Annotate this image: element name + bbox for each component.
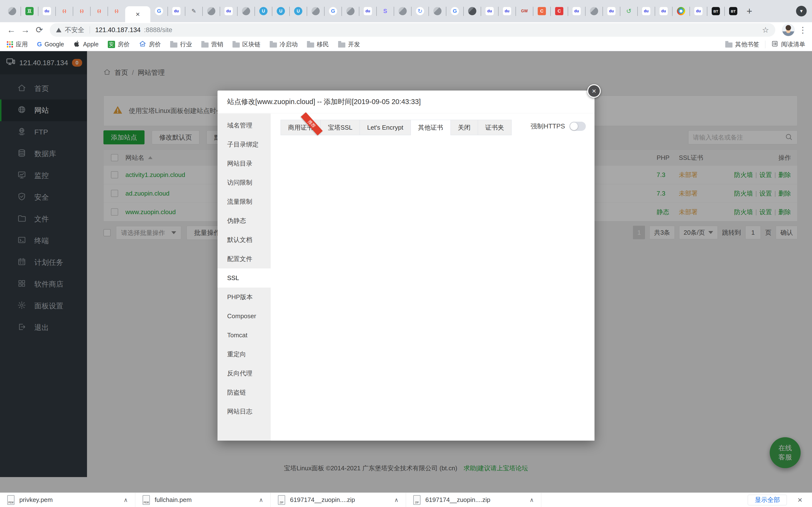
download-item[interactable]: ZIP 6197174__zuopin....zip ∧ [271,493,406,507]
browser-tab[interactable] [237,0,255,22]
browser-tab-active[interactable]: × [125,6,150,22]
tab-close-icon[interactable]: × [136,10,140,18]
address-bar[interactable]: 不安全 121.40.187.134 :8888/site ☆ [50,23,775,37]
download-item[interactable]: PEM privkey.pem ∧ [0,493,135,507]
bookmark-item[interactable]: 行业 [170,40,192,48]
modal-menu-默认文档[interactable]: 默认文档 [217,230,271,249]
force-https-toggle[interactable] [569,122,586,131]
browser-tab[interactable]: 豆 [21,0,38,22]
back-button[interactable]: ← [4,25,18,35]
browser-tab[interactable] [307,0,324,22]
download-chevron-icon[interactable]: ∧ [394,497,399,503]
other-bookmarks-button[interactable]: 其他书签 [725,40,759,48]
browser-tab[interactable]: BT [707,0,724,22]
show-all-downloads-button[interactable]: 显示全部 [748,495,787,505]
modal-menu-Composer[interactable]: Composer [217,306,271,326]
ssl-tab-Let's Encrypt[interactable]: Let's Encrypt [360,120,411,135]
ssl-tab-证书夹[interactable]: 证书夹 [478,120,512,135]
bookmark-item[interactable]: 冷启动 [270,40,298,48]
browser-tab[interactable] [342,0,359,22]
ssl-tab-其他证书[interactable]: 其他证书 [411,120,451,135]
browser-tab[interactable]: S [376,0,394,22]
browser-tab[interactable]: (-) [56,0,73,22]
browser-tab[interactable]: U [272,0,290,22]
browser-tab[interactable]: ✎ [185,0,203,22]
reading-list-button[interactable]: 阅读清单 [771,40,805,49]
modal-menu-流量限制[interactable]: 流量限制 [217,192,271,211]
browser-tab[interactable] [463,0,481,22]
ssl-tab-宝塔SSL[interactable]: 宝塔SSL [320,120,360,135]
modal-menu-网站日志[interactable]: 网站日志 [217,402,271,421]
browser-tab[interactable]: du [38,0,56,22]
download-item[interactable]: PEM fullchain.pem ∧ [135,493,271,507]
modal-menu-网站目录[interactable]: 网站目录 [217,154,271,173]
forward-button[interactable]: → [18,25,33,35]
download-chevron-icon[interactable]: ∧ [529,497,534,503]
browser-menu-icon[interactable]: ⋮ [798,25,808,35]
bookmark-item[interactable]: GGoogle [37,41,64,48]
modal-menu-PHP版本[interactable]: PHP版本 [217,288,271,306]
browser-tab[interactable]: du [655,0,672,22]
browser-tab[interactable] [394,0,411,22]
bookmark-item[interactable]: 房价 [139,40,161,49]
browser-tab[interactable]: du [638,0,655,22]
browser-tab[interactable]: du [359,0,376,22]
ssl-tab-关闭[interactable]: 关闭 [451,120,478,135]
browser-tab[interactable] [585,0,603,22]
browser-tab[interactable] [203,0,220,22]
reload-button[interactable]: ⟳ [33,25,46,35]
browser-tab[interactable]: (-) [90,0,108,22]
bookmark-item[interactable]: 营销 [201,40,223,48]
bookmark-item[interactable]: 区块链 [233,40,260,48]
browser-tab[interactable]: G [446,0,463,22]
modal-menu-SSL[interactable]: SSL [217,269,271,288]
download-chevron-icon[interactable]: ∧ [259,497,263,503]
browser-tab[interactable]: C [551,0,568,22]
browser-tab[interactable]: (-) [73,0,90,22]
modal-menu-Tomcat[interactable]: Tomcat [217,326,271,345]
browser-tab[interactable] [429,0,446,22]
bookmark-item[interactable]: 开发 [338,40,360,48]
download-item[interactable]: ZIP 6197174__zuopin....zip ∧ [406,493,541,507]
browser-tab[interactable] [3,0,21,22]
bookmark-item[interactable]: 移民 [307,40,329,48]
profile-avatar[interactable] [782,24,795,36]
security-warning-icon[interactable] [56,28,61,32]
bookmark-item[interactable]: Apple [73,40,99,49]
browser-tab[interactable]: du [481,0,498,22]
browser-tab[interactable]: G [324,0,342,22]
browser-tab[interactable]: du [568,0,585,22]
modal-menu-子目录绑定[interactable]: 子目录绑定 [217,135,271,154]
modal-menu-配置文件[interactable]: 配置文件 [217,249,271,269]
download-chevron-icon[interactable]: ∧ [123,497,128,503]
modal-close-icon[interactable]: × [587,84,601,98]
modal-menu-反向代理[interactable]: 反向代理 [217,364,271,383]
modal-menu-重定向[interactable]: 重定向 [217,345,271,364]
modal-menu-访问限制[interactable]: 访问限制 [217,173,271,192]
browser-tab[interactable]: U [255,0,272,22]
bookmark-item[interactable]: 应用 [7,40,28,48]
browser-tab[interactable]: du [168,0,185,22]
browser-tab[interactable]: du [498,0,516,22]
browser-tab[interactable]: (-) [108,0,125,22]
modal-menu-防盗链[interactable]: 防盗链 [217,383,271,402]
modal-menu-域名管理[interactable]: 域名管理 [217,116,271,135]
browser-tab[interactable]: ↻ [411,0,429,22]
browser-tab[interactable]: du [220,0,237,22]
browser-tab[interactable]: C [533,0,551,22]
modal-menu-伪静态[interactable]: 伪静态 [217,211,271,230]
browser-tab[interactable]: GW [516,0,533,22]
browser-tab[interactable]: BT [724,0,742,22]
tab-search-chevron-icon[interactable]: ▼ [796,6,807,16]
bookmark-item[interactable]: 安房价 [108,40,130,48]
browser-tab[interactable]: du [690,0,707,22]
browser-tab[interactable]: G [150,0,168,22]
bookmark-star-icon[interactable]: ☆ [762,25,769,35]
downloads-close-icon[interactable]: × [798,495,802,505]
ssl-tab-商用证书[interactable]: 商用证书推荐 [281,120,321,135]
browser-tab[interactable]: du [603,0,620,22]
browser-tab[interactable]: U [290,0,307,22]
browser-tab[interactable]: ↺ [620,0,638,22]
browser-tab[interactable] [672,0,690,22]
new-tab-button[interactable]: + [743,0,755,22]
